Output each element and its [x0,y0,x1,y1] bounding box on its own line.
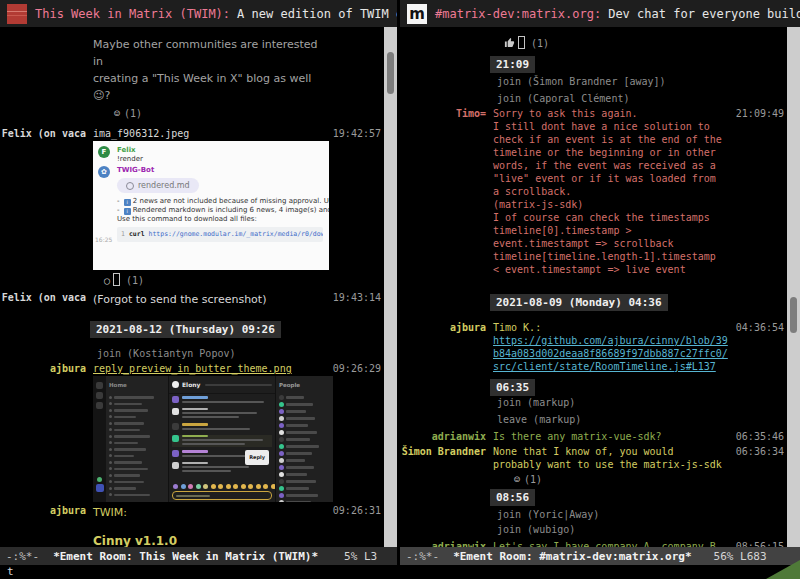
message-text: a scrollback. [493,185,722,198]
attachment-filename[interactable]: reply_preview_in_butter_theme.png [93,362,328,375]
mini-message-input [172,491,272,500]
membership-event: join (Kostiantyn Popov) [97,347,384,360]
emacs-frame: This Week in Matrix (TWIM): A new editio… [0,0,800,579]
mini-people-header: People [279,379,330,392]
sender-name[interactable]: ajbura [400,321,486,334]
reaction[interactable]: ○(1) [104,273,384,287]
texture-row [279,457,330,464]
mini-bot-name: TWIG-Bot [117,166,323,175]
message-text: Let's say I have company A, company B [493,540,716,547]
room-topic: Dev chat for everyone buildi [608,7,800,21]
mini-emoji-dot [226,484,231,489]
info-icon: i [124,208,131,215]
reaction[interactable]: (1) [504,36,787,50]
time-separator: 08:56 [490,489,535,506]
scrollbar[interactable] [384,27,397,547]
message-text: words, if the event was received as a [493,159,722,172]
texture-row [279,443,330,450]
sender-name[interactable]: Felix (on vaca [0,291,86,304]
mini-text-line: Use this command to download all files: [117,215,323,224]
hyperlink[interactable]: src/client/state/RoomTimeline.js#L137 [493,360,728,373]
attachment-filename[interactable]: ima_f906312.jpeg [93,127,328,140]
message-text: Sorry to ask this again. [493,107,722,120]
timestamp: 06:36:34 [736,445,784,458]
resize-corner-icon [766,560,800,579]
minibuffer[interactable]: t [0,565,800,579]
mini-avatar-bot: ✿ [98,166,110,178]
texture-row [172,396,272,405]
reaction-count: (1) [126,275,144,286]
sender-name[interactable]: adrianwix [400,430,486,443]
message-text: timeline[timeline.length-1].timestamp [493,250,722,263]
room-topic: A new edition of TWIM ev [237,7,397,21]
mini-channel-sidebar: Home [106,376,168,502]
message-text: (Forgot to send the screenshot) [93,291,266,308]
sender-name[interactable]: Šimon Brandner [400,445,486,458]
message-text: TWIM: [93,504,127,521]
minibuffer-text: t [7,565,14,578]
message-text: "live" event or if it was loaded from [493,172,722,185]
mini-username: Felix [117,146,143,155]
mini-room-avatar [172,381,179,388]
membership-event: join (Šimon Brandner [away]) [497,75,787,88]
mini-message: !render [117,155,143,164]
hyperlink[interactable]: https://github.com/ajbura/cinny/blob/39 [493,334,728,347]
message: ajbura Timo K.: https://github.com/ajbur… [400,321,787,373]
mini-reply-tooltip: Reply [245,450,269,465]
room-buffer-twim[interactable]: Maybe other communities are interested i… [0,27,384,547]
room-header-twim: This Week in Matrix (TWIM): A new editio… [0,0,397,27]
scrollbar-thumb[interactable] [387,52,394,94]
room-name: #matrix-dev:matrix.org: [435,7,601,21]
mini-emoji-dot [188,484,193,489]
texture-row [279,485,330,492]
message-text: probably want to use the matrix-js-sdk [493,458,722,471]
reaction-count: (1) [531,38,549,49]
mini-sidebar-header: Home [109,379,165,392]
texture-row [279,401,330,408]
texture-row [279,436,330,443]
texture-row [279,394,330,401]
timestamp: 08:56:15 [736,540,784,547]
sender-name[interactable]: adrianwix [400,540,486,547]
mini-emoji-dot [263,484,268,489]
mini-emoji-dot [173,484,178,489]
texture-row [279,499,330,502]
smiley-emoji-icon: ☺ [114,108,120,119]
scrollbar-thumb[interactable] [790,297,797,333]
reaction[interactable]: ☺(1) [114,107,384,120]
membership-event: join (Caporal Clément) [497,92,787,105]
attachment-image[interactable]: F Felix !render ✿ TWIG-Bot [93,141,329,270]
mode-line-position: 5% L3 [344,550,377,563]
message: adrianwix Is there any matrix-vue-sdk? 0… [400,430,787,443]
mode-line-flags: -:%*- [6,550,39,563]
timestamp: 19:42:57 [333,127,381,140]
scrollbar[interactable] [787,27,800,547]
message: Timo= Sorry to ask this again. I still d… [400,107,787,276]
mini-emoji-row [173,484,271,489]
mini-emoji-dot [241,484,246,489]
mode-line-flags: -:%*- [406,550,439,563]
room-buffer-matrix-dev[interactable]: (1) 21:09 join (Šimon Brandner [away]) j… [400,27,787,547]
message: Felix (on vaca ima_f906312.jpeg F Felix … [0,127,384,270]
sender-name[interactable]: Timo= [400,107,486,120]
room-name: This Week in Matrix (TWIM): [35,7,230,21]
mini-room-header: Elony [169,376,275,394]
sender-name[interactable]: Felix (on vaca [0,127,86,140]
sender-name[interactable]: ajbura [0,362,86,375]
membership-event: leave (markup) [497,413,787,426]
reaction-count: (1) [524,474,542,485]
attachment-image[interactable]: Home Elony Reply [93,376,333,502]
texture-row [279,422,330,429]
hyperlink[interactable]: b84a083d002deaa8f86689f97dbb887c27ffc0/ [493,347,728,360]
texture-row [279,429,330,436]
reaction-count: (1) [124,108,142,119]
reaction[interactable]: ☺(1) [514,473,787,486]
texture-row [172,423,272,432]
texture-row [279,471,330,478]
texture-row [172,408,272,421]
message-text: Is there any matrix-vue-sdk? [493,430,662,443]
mini-emoji-dot [218,484,223,489]
sender-name[interactable]: ajbura [0,504,86,517]
mini-avatar-felix: F [98,146,110,158]
texture-row [109,492,165,499]
